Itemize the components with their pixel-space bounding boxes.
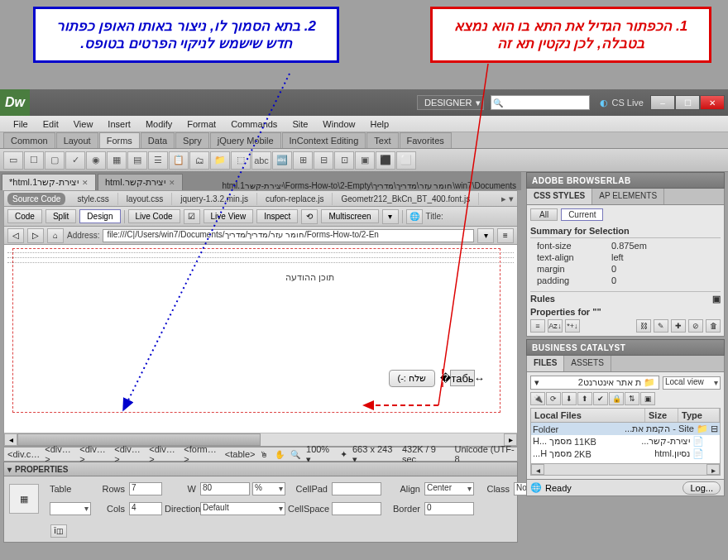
category-tab[interactable]: Forms: [99, 132, 140, 148]
tag-selector[interactable]: <div.c…: [6, 449, 41, 459]
category-tab[interactable]: jQuery Mobile: [210, 132, 281, 148]
category-tab[interactable]: Common: [3, 132, 55, 148]
trash-icon[interactable]: 🗑: [706, 319, 721, 333]
css-property-row[interactable]: font-size0.875em: [530, 240, 721, 251]
checkin-icon[interactable]: 🔒: [609, 392, 624, 405]
ap-elements-tab[interactable]: AP ELEMENTS: [592, 189, 664, 204]
tool-icon[interactable]: ✋: [275, 448, 285, 460]
address-input[interactable]: file:///C|/Users/win7/Documents/חומר עזר…: [103, 229, 474, 242]
tree-row[interactable]: 📄יצירת-קשר...11KBמסמך ...H: [531, 435, 720, 448]
insert-tool-icon[interactable]: ☰: [148, 151, 168, 170]
category-tab[interactable]: Text: [366, 132, 398, 148]
edit-rule-icon[interactable]: ✚: [671, 319, 686, 333]
browserlab-panel-header[interactable]: ADOBE BROWSERLAB: [526, 172, 725, 189]
menu-file[interactable]: File: [7, 117, 35, 131]
insert-tool-icon[interactable]: ⊡: [334, 151, 354, 170]
site-select[interactable]: 📁ת אתר אינטרנט2▾: [530, 376, 659, 390]
menu-format[interactable]: Format: [180, 117, 223, 131]
cols-input[interactable]: 4: [129, 502, 162, 515]
related-nav[interactable]: ▸ ▾: [498, 194, 517, 204]
css-rules-header[interactable]: Rules▣: [530, 291, 721, 304]
properties-header[interactable]: PROPERTIES: [3, 462, 518, 476]
css-property-row[interactable]: padding0: [530, 275, 721, 286]
table-id-select[interactable]: [50, 502, 91, 515]
close-button[interactable]: ✕: [700, 95, 725, 110]
width-input[interactable]: 80: [200, 482, 250, 495]
options-icon[interactable]: ≡: [497, 228, 514, 243]
menu-commands[interactable]: Commands: [224, 117, 284, 131]
split-view-button[interactable]: Split: [46, 209, 76, 223]
expand-icon[interactable]: ▣: [640, 392, 655, 405]
document-tab[interactable]: ✕יצירת-קשר.html: [98, 174, 184, 190]
insert-tool-icon[interactable]: abc: [251, 151, 271, 170]
tree-row[interactable]: 📄נסיון.html2KBמסמך H...: [531, 448, 720, 460]
back-button[interactable]: ◁: [7, 228, 24, 243]
css-az-icon[interactable]: Aᴢ↓: [548, 319, 563, 333]
insert-tool-icon[interactable]: 📁: [210, 151, 230, 170]
go-icon[interactable]: ▾: [477, 228, 494, 243]
css-property-row[interactable]: margin0: [530, 263, 721, 275]
close-tab-icon[interactable]: ✕: [82, 179, 89, 187]
workspace-switcher[interactable]: DESIGNER: [417, 95, 484, 110]
related-file[interactable]: layout.css: [118, 193, 172, 205]
table-convert-icon[interactable]: Ĩ◫: [50, 524, 67, 538]
assets-tab[interactable]: ASSETS: [564, 356, 611, 371]
forward-button[interactable]: ▷: [27, 228, 44, 243]
dropdown-icon[interactable]: ▾: [382, 209, 399, 224]
log-button[interactable]: Log...: [682, 481, 721, 495]
tag-selector[interactable]: <table>: [223, 449, 257, 459]
preview-icon[interactable]: 🌐: [406, 209, 423, 224]
css-styles-tab[interactable]: CSS STYLES: [527, 189, 592, 204]
insert-tool-icon[interactable]: ◉: [86, 151, 106, 170]
search-input[interactable]: [491, 95, 590, 110]
check-icon[interactable]: ☑: [184, 209, 200, 224]
insert-tool-icon[interactable]: 🔤: [272, 151, 292, 170]
refresh-icon[interactable]: ⟲: [301, 209, 318, 224]
inspect-button[interactable]: Inspect: [256, 209, 298, 223]
related-file[interactable]: Geometr212_BkCn_BT_400.font.js: [333, 193, 479, 205]
category-tab[interactable]: Layout: [56, 132, 98, 148]
insert-tool-icon[interactable]: ▣: [355, 151, 375, 170]
maximize-button[interactable]: ☐: [675, 95, 700, 110]
get-icon[interactable]: ⬇: [562, 392, 577, 405]
tree-row[interactable]: ⊟📁Site - הקמת את...Folder: [531, 423, 720, 435]
related-file[interactable]: style.css: [69, 193, 117, 205]
insert-tool-icon[interactable]: ▭: [3, 151, 23, 170]
menu-help[interactable]: Help: [363, 117, 395, 131]
insert-tool-icon[interactable]: 📋: [169, 151, 189, 170]
category-tab[interactable]: Favorites: [400, 132, 452, 148]
files-tab[interactable]: FILES: [527, 356, 564, 371]
cs-live-button[interactable]: CS Live: [600, 98, 644, 108]
close-tab-icon[interactable]: ✕: [169, 179, 175, 187]
direction-select[interactable]: Default: [200, 502, 285, 515]
insert-tool-icon[interactable]: ▤: [127, 151, 147, 170]
css-property-row[interactable]: text-alignleft: [530, 251, 721, 263]
menu-insert[interactable]: Insert: [101, 117, 137, 131]
design-view-button[interactable]: Design: [79, 209, 120, 223]
rows-input[interactable]: 7: [129, 482, 162, 495]
menu-window[interactable]: Window: [316, 117, 362, 131]
insert-tool-icon[interactable]: ⊟: [314, 151, 333, 170]
minimize-button[interactable]: –: [650, 95, 675, 110]
put-icon[interactable]: ⬆: [577, 392, 592, 405]
disable-icon[interactable]: ⊘: [688, 319, 703, 333]
css-all-button[interactable]: All: [530, 208, 558, 221]
business-catalyst-header[interactable]: BUSINESS CATALYST: [526, 339, 725, 356]
cellpad-input[interactable]: [332, 482, 381, 495]
home-icon[interactable]: ⌂: [47, 228, 64, 243]
source-code-button[interactable]: Source Code: [7, 193, 65, 205]
tool-icon[interactable]: 🖱: [259, 448, 270, 460]
css-current-button[interactable]: Current: [561, 208, 603, 221]
live-code-button[interactable]: Live Code: [128, 209, 180, 223]
insert-tool-icon[interactable]: ▦: [107, 151, 127, 170]
sync-icon[interactable]: ⇅: [625, 392, 639, 405]
menu-modify[interactable]: Modify: [139, 117, 179, 131]
local-files-header[interactable]: Local Files: [531, 409, 645, 422]
insert-tool-icon[interactable]: ⬛: [376, 151, 395, 170]
insert-tool-icon[interactable]: ⬜: [396, 151, 416, 170]
category-tab[interactable]: Spry: [175, 132, 209, 148]
menu-site[interactable]: Site: [285, 117, 314, 131]
size-header[interactable]: Size: [645, 409, 678, 422]
align-select[interactable]: Center: [424, 482, 474, 495]
insert-tool-icon[interactable]: 🗂: [189, 151, 209, 170]
